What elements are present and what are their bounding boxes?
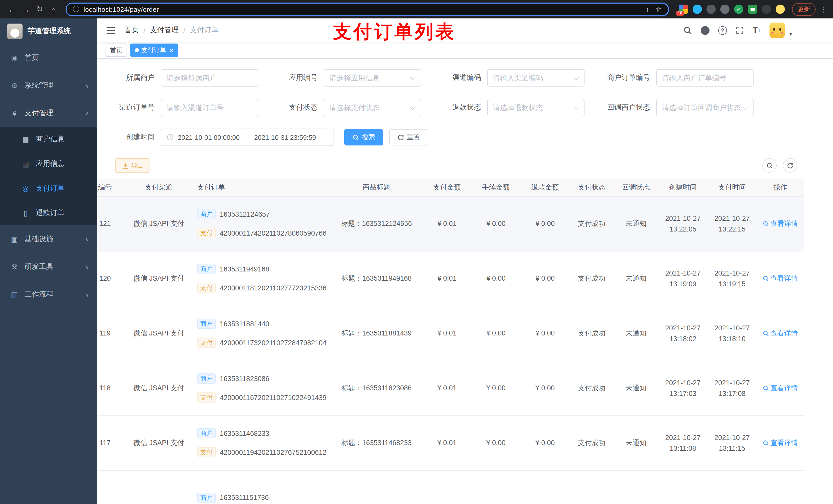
table-row: 119 微信 JSAPI 支付 商户 1635311881440 支付 4200… xyxy=(97,306,804,361)
browser-update-button[interactable]: 更新 xyxy=(792,3,815,16)
sidebar-item-home[interactable]: ◉ 首页 xyxy=(0,44,97,72)
refund-amount: ¥ 0.00 xyxy=(536,329,554,337)
orders-table-wrap: 编号 支付渠道 支付订单 商品标题 支付金额 手续金额 退款金额 支付状态 回调… xyxy=(97,179,833,504)
toggle-search-button[interactable] xyxy=(762,158,777,173)
home-icon[interactable]: ⌂ xyxy=(47,5,61,14)
create-date: 2021-10-27 xyxy=(660,213,706,223)
extension-icon[interactable] xyxy=(720,5,730,14)
order-id: 121 xyxy=(99,220,111,227)
create-time-range-picker[interactable]: 2021-10-01 00:00:00 - 2021-10-31 23:59:5… xyxy=(161,128,334,146)
refund-status-filter-select[interactable] xyxy=(487,99,585,116)
merchant-order-no-filter-input[interactable] xyxy=(656,69,754,87)
chevron-up-icon: ∧ xyxy=(85,111,89,116)
pay-status-filter-select[interactable] xyxy=(324,99,421,116)
pay-channel: 微信 JSAPI 支付 xyxy=(134,274,184,282)
extension-drop-icon[interactable] xyxy=(693,5,702,14)
breadcrumb-separator: / xyxy=(184,26,186,34)
site-info-icon[interactable]: ⓘ xyxy=(73,5,79,14)
sidebar-item-pay-order[interactable]: ◎ 支付订单 xyxy=(0,176,97,201)
extension-puzzle-icon[interactable]: 10 xyxy=(679,5,688,14)
tab-home[interactable]: 首页 xyxy=(105,44,127,57)
product-title: 标题：1635311949168 xyxy=(341,274,412,282)
channel-order-no-filter-input[interactable] xyxy=(161,99,258,116)
bookmark-star-icon[interactable]: ☆ xyxy=(656,5,662,13)
channel-order-no-filter-label: 渠道订单号 xyxy=(115,103,161,112)
user-avatar[interactable] xyxy=(769,23,785,38)
fullscreen-icon[interactable] xyxy=(736,26,744,34)
refresh-icon xyxy=(398,134,404,141)
help-icon[interactable]: ? xyxy=(718,26,727,34)
chevron-down-icon: ∨ xyxy=(85,292,89,297)
breadcrumb-payment[interactable]: 支付管理 xyxy=(150,26,179,35)
view-detail-link[interactable]: 查看详情 xyxy=(763,329,798,338)
create-date: 2021-10-27 xyxy=(660,268,706,279)
create-time: 13:17:03 xyxy=(660,388,706,399)
merchant-order-no: 1635312124657 xyxy=(220,210,270,218)
forward-icon[interactable]: → xyxy=(19,5,33,14)
breadcrumb-home[interactable]: 首页 xyxy=(124,26,139,35)
view-detail-link[interactable]: 查看详情 xyxy=(763,274,798,283)
close-tab-icon[interactable]: × xyxy=(170,46,173,54)
pay-tag: 支付 xyxy=(197,392,216,403)
tab-label: 首页 xyxy=(110,46,122,54)
table-toolbar: 导出 xyxy=(115,158,833,173)
sidebar-item-payment[interactable]: ¥ 支付管理 ∧ xyxy=(0,99,97,127)
search-icon xyxy=(763,220,769,226)
search-icon xyxy=(763,275,769,282)
sidebar-item-infra[interactable]: ▣ 基础设施 ∨ xyxy=(0,225,97,253)
sidebar-item-label: 支付管理 xyxy=(25,109,53,118)
product-title: 标题：1635312124656 xyxy=(341,219,412,227)
search-button[interactable]: 搜索 xyxy=(344,129,383,145)
pay-amount: ¥ 0.01 xyxy=(437,439,456,447)
sidebar-item-app-info[interactable]: ▦ 应用信息 xyxy=(0,152,97,176)
export-button[interactable]: 导出 xyxy=(115,158,150,173)
font-size-icon[interactable]: TT xyxy=(753,26,761,35)
app-no-filter-select[interactable] xyxy=(324,69,421,87)
avatar-caret-icon[interactable]: ▾ xyxy=(789,31,792,37)
sidebar-item-merchant-info[interactable]: ▤ 商户信息 xyxy=(0,127,97,152)
browser-menu-icon[interactable]: ⋮ xyxy=(820,5,828,13)
view-detail-link[interactable]: 查看详情 xyxy=(763,383,798,392)
fee-amount: ¥ 0.00 xyxy=(486,439,505,447)
create-date: 2021-10-27 xyxy=(660,432,706,443)
merchant-filter-input[interactable] xyxy=(161,69,258,87)
extension-check-icon[interactable]: ✓ xyxy=(734,5,743,14)
extension-icon[interactable] xyxy=(762,5,771,14)
extension-badge: 10 xyxy=(676,11,684,16)
sidebar-toggle-icon[interactable] xyxy=(106,26,115,34)
tab-pay-order[interactable]: 支付订单 × xyxy=(130,44,178,57)
sidebar-menu: ◉ 首页 ⚙ 系统管理 ∨ ¥ 支付管理 ∧ ▤ 商户信息 xyxy=(0,44,97,308)
view-detail-link[interactable]: 查看详情 xyxy=(763,219,798,228)
sidebar-item-devtools[interactable]: ⚒ 研发工具 ∨ xyxy=(0,253,97,281)
channel-code-filter-select[interactable] xyxy=(487,69,585,87)
search-icon[interactable] xyxy=(684,26,692,34)
github-icon[interactable] xyxy=(701,26,710,34)
share-icon[interactable]: ↑ xyxy=(646,5,649,13)
reset-button[interactable]: 重置 xyxy=(389,129,428,145)
merchant-order-no: 1635311881440 xyxy=(220,320,269,328)
clock-icon xyxy=(166,134,174,141)
reset-button-label: 重置 xyxy=(407,133,420,142)
product-title: 标题：1635311823086 xyxy=(341,384,412,391)
extension-avatar-icon[interactable] xyxy=(776,5,785,14)
merchant-order-no-filter-label: 商户订单编号 xyxy=(605,73,656,82)
sidebar-item-system[interactable]: ⚙ 系统管理 ∨ xyxy=(0,72,97,99)
merchant-order-line: 商户 1635311881440 xyxy=(197,318,328,329)
refresh-table-button[interactable] xyxy=(783,158,797,173)
sidebar-item-refund-order[interactable]: ▯ 退款订单 xyxy=(0,201,97,225)
extension-icon[interactable] xyxy=(707,5,716,14)
view-detail-link[interactable]: 查看详情 xyxy=(763,438,798,448)
reload-icon[interactable]: ↻ xyxy=(33,5,47,14)
pay-date: 2021-10-27 xyxy=(710,377,755,388)
url-bar[interactable]: ⓘ localhost:1024/pay/order ↑ ☆ xyxy=(66,2,669,16)
filters-form: 所属商户 应用编号 xyxy=(115,69,833,146)
extension-chat-icon[interactable] xyxy=(748,5,757,14)
document-icon: ▯ xyxy=(22,209,30,217)
merchant-tag: 商户 xyxy=(197,374,216,384)
sidebar-item-workflow[interactable]: ▥ 工作流程 ∨ xyxy=(0,281,97,308)
back-icon[interactable]: ← xyxy=(5,5,19,14)
app-logo[interactable]: 芋道管理系统 xyxy=(0,19,97,44)
app-title: 芋道管理系统 xyxy=(28,27,71,36)
pay-status: 支付成功 xyxy=(578,439,605,447)
notify-status-filter-select[interactable] xyxy=(656,99,754,116)
